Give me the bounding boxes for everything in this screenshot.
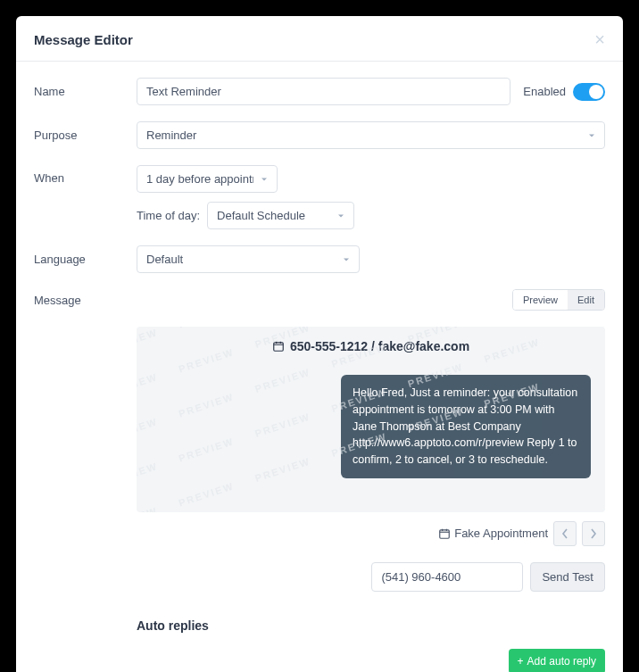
auto-replies-header: Auto replies bbox=[137, 618, 605, 633]
calendar-icon bbox=[272, 340, 285, 353]
message-editor-modal: Message Editor × Name Enabled Purpose Re… bbox=[16, 16, 623, 672]
fake-appointment-label: Fake Appointment bbox=[438, 527, 548, 540]
message-bubble: Hello Fred, Just a reminder: your consul… bbox=[341, 375, 591, 478]
purpose-select[interactable]: Reminder bbox=[137, 121, 605, 149]
calendar-icon bbox=[438, 527, 451, 540]
time-of-day-select[interactable]: Default Schedule bbox=[207, 202, 354, 229]
name-row: Name Enabled bbox=[34, 78, 605, 105]
close-icon[interactable]: × bbox=[594, 30, 605, 48]
when-row: When 1 day before appointment Time of da… bbox=[34, 165, 605, 229]
preview-contact-line: 650-555-1212 / fake@fake.com bbox=[151, 339, 591, 353]
preview-contact-text: 650-555-1212 / fake@fake.com bbox=[290, 339, 469, 353]
name-input[interactable] bbox=[137, 78, 510, 105]
add-auto-reply-button[interactable]: + Add auto reply bbox=[509, 649, 605, 672]
preview-area: PREVIEW PREVIEW PREVIEW PREVIEW PREVIEW … bbox=[137, 327, 605, 512]
preview-footer: Fake Appointment bbox=[137, 521, 605, 546]
name-label: Name bbox=[34, 85, 137, 98]
edit-tab[interactable]: Edit bbox=[568, 290, 604, 310]
send-test-row: Send Test bbox=[137, 562, 605, 592]
purpose-label: Purpose bbox=[34, 129, 137, 142]
time-of-day-label: Time of day: bbox=[137, 209, 200, 222]
test-phone-input[interactable] bbox=[371, 562, 523, 592]
chevron-right-icon bbox=[590, 528, 597, 539]
when-select[interactable]: 1 day before appointment bbox=[137, 165, 278, 193]
add-auto-reply-label: Add auto reply bbox=[527, 655, 596, 668]
preview-edit-toggle: Preview Edit bbox=[512, 289, 605, 311]
modal-header: Message Editor × bbox=[16, 16, 623, 62]
fake-appointment-text: Fake Appointment bbox=[454, 527, 548, 540]
chevron-left-icon bbox=[561, 528, 568, 539]
message-label: Message bbox=[34, 294, 137, 307]
plus-icon: + bbox=[518, 655, 524, 668]
preview-tab[interactable]: Preview bbox=[513, 290, 568, 310]
send-test-button[interactable]: Send Test bbox=[530, 562, 605, 592]
svg-rect-4 bbox=[440, 530, 450, 538]
modal-body: Name Enabled Purpose Reminder When 1 bbox=[16, 62, 623, 672]
language-row: Language Default bbox=[34, 245, 605, 273]
prev-appointment-button[interactable] bbox=[553, 521, 577, 546]
next-appointment-button[interactable] bbox=[582, 521, 605, 546]
when-label: When bbox=[34, 165, 137, 185]
language-label: Language bbox=[34, 253, 137, 266]
enabled-label: Enabled bbox=[523, 85, 566, 98]
message-row: Message Preview Edit bbox=[34, 289, 605, 311]
modal-title: Message Editor bbox=[34, 32, 133, 47]
purpose-row: Purpose Reminder bbox=[34, 121, 605, 149]
enabled-toggle[interactable] bbox=[573, 83, 605, 101]
svg-rect-0 bbox=[274, 343, 284, 351]
language-select[interactable]: Default bbox=[137, 245, 360, 273]
